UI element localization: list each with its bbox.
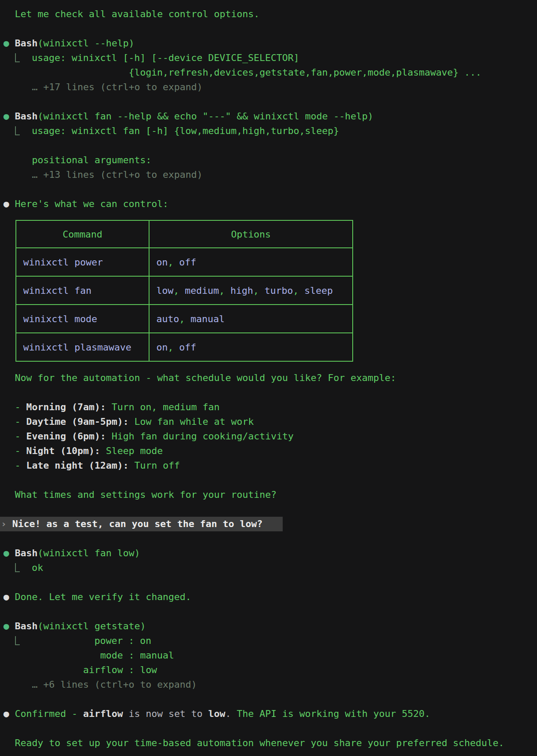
assistant-bullet-icon: ● [3, 198, 9, 209]
schedule-label: Late night (12am): [26, 460, 128, 471]
intro-text: Let me check all available control optio… [15, 9, 260, 19]
control-options-table: Command Options winixctl poweron, off wi… [15, 220, 353, 362]
confirmed-mid: is now set to [123, 708, 208, 719]
done-text: Done. Let me verify it changed. [15, 591, 192, 602]
blank-line [0, 473, 537, 488]
table-header-command: Command [16, 220, 149, 248]
tool-bullet-icon: ● [3, 621, 9, 631]
confirmed-code-airflow: airflow [83, 708, 123, 719]
list-dash: - [15, 460, 21, 471]
list-dash: - [15, 431, 21, 442]
user-message: › Nice! as a test, can you set the fan t… [0, 517, 283, 531]
schedule-item-late-night: - Late night (12am): Turn off [0, 458, 537, 473]
table-row: winixctl poweron, off [16, 248, 353, 276]
table-row: winixctl modeauto, manual [16, 305, 353, 333]
schedule-value: High fan during cooking/activity [112, 431, 294, 442]
tool-call-fan-low: ● Bash(winixctl fan low) [0, 546, 537, 561]
tool-result-fan-low: ok [0, 561, 537, 575]
table-row: winixctl plasmawaveon, off [16, 333, 353, 361]
list-dash: - [15, 416, 21, 427]
tool-result-getstate-airflow: airflow : low [0, 663, 537, 677]
expand-hint-6: … +6 lines (ctrl+o to expand) [0, 677, 537, 692]
assistant-bullet-icon: ● [3, 591, 9, 602]
terminal-transcript: Let me check all available control optio… [0, 0, 537, 750]
tool-bullet-icon: ● [3, 548, 9, 558]
ready-text: Ready to set up your time-based automati… [15, 738, 504, 748]
table-header-options: Options [149, 220, 353, 248]
tool-command: (winixctl fan low) [37, 548, 140, 558]
schedule-value: Sleep mode [106, 445, 162, 456]
assistant-intro-message: Let me check all available control optio… [0, 7, 537, 21]
list-dash: - [15, 402, 21, 412]
prompt-chevron-icon: › [1, 518, 6, 529]
tool-result-fanhelp-line1: usage: winixctl fan [-h] {low,medium,hig… [0, 124, 537, 138]
options-cell: on, off [149, 333, 353, 361]
result-text: airflow : low [3, 665, 157, 675]
tool-label: Bash [15, 548, 38, 558]
schedule-item-evening: - Evening (6pm): High fan during cooking… [0, 429, 537, 444]
routine-question-text: What times and settings work for your ro… [15, 489, 277, 500]
schedule-item-morning: - Morning (7am): Turn on, medium fan [0, 400, 537, 415]
result-text: usage: winixctl [-h] [--device DEVICE_SE… [32, 52, 299, 63]
blank-line [0, 138, 537, 153]
schedule-value: Turn on, medium fan [112, 402, 220, 412]
tool-result-getstate-mode: mode : manual [0, 648, 537, 663]
blank-line [0, 385, 537, 400]
result-elbow-icon [15, 126, 20, 135]
result-text: mode : manual [3, 650, 174, 661]
tool-result-getstate-power: power : on [0, 634, 537, 648]
schedule-label: Evening (6pm): [26, 431, 106, 442]
options-cell: auto, manual [149, 305, 353, 333]
user-message-text: Nice! as a test, can you set the fan to … [12, 518, 263, 529]
tool-result-help-line1: usage: winixctl [-h] [--device DEVICE_SE… [0, 51, 537, 65]
tool-label: Bash [15, 111, 38, 122]
command-cell: winixctl power [16, 248, 149, 276]
expand-hint-text: … +17 lines (ctrl+o to expand) [32, 82, 202, 92]
blank-line [0, 182, 537, 197]
table-header-row: Command Options [16, 220, 353, 248]
expand-hint-text: … +13 lines (ctrl+o to expand) [32, 169, 202, 180]
tool-bullet-icon: ● [3, 38, 9, 49]
assistant-done-message: ● Done. Let me verify it changed. [0, 590, 537, 604]
result-text: ok [32, 562, 43, 573]
tool-label: Bash [15, 621, 38, 631]
automation-prompt: Now for the automation - what schedule w… [0, 371, 537, 385]
schedule-value: Turn off [134, 460, 180, 471]
result-elbow-icon [15, 563, 20, 572]
schedule-item-night: - Night (10pm): Sleep mode [0, 444, 537, 458]
tool-command: (winixctl getstate) [37, 621, 146, 631]
tool-label: Bash [15, 38, 38, 49]
tool-call-help: ● Bash(winixctl --help) [0, 36, 537, 51]
blank-line [0, 692, 537, 707]
command-cell: winixctl plasmawave [16, 333, 149, 361]
tool-bullet-icon: ● [3, 111, 9, 122]
result-text: positional arguments: [32, 155, 151, 165]
table-row: winixctl fanlow, medium, high, turbo, sl… [16, 276, 353, 305]
blank-line [0, 502, 537, 517]
result-text: usage: winixctl fan [-h] {low,medium,hig… [32, 125, 339, 136]
blank-line [0, 604, 537, 619]
blank-line [0, 721, 537, 736]
expand-hint-text: … +6 lines (ctrl+o to expand) [32, 679, 197, 690]
command-cell: winixctl mode [16, 305, 149, 333]
command-cell: winixctl fan [16, 276, 149, 305]
blank-line [0, 575, 537, 590]
options-cell: low, medium, high, turbo, sleep [149, 276, 353, 305]
assistant-ready-message: Ready to set up your time-based automati… [0, 736, 537, 750]
expand-hint-13: … +13 lines (ctrl+o to expand) [0, 168, 537, 182]
confirmed-separator: . [226, 708, 237, 719]
blank-line [0, 94, 537, 109]
schedule-value: Low fan while at work [134, 416, 254, 427]
blank-line [0, 531, 537, 546]
tool-command: (winixctl --help) [37, 38, 134, 49]
result-text: power : on [21, 635, 152, 646]
options-cell: on, off [149, 248, 353, 276]
schedule-label: Night (10pm): [26, 445, 100, 456]
tool-call-fan-mode-help: ● Bash(winixctl fan --help && echo "---"… [0, 109, 537, 124]
assistant-bullet-icon: ● [3, 708, 9, 719]
confirmed-prefix: Confirmed - [15, 708, 83, 719]
result-elbow-icon [15, 636, 20, 645]
assistant-headline: ● Here's what we can control: [0, 197, 537, 211]
schedule-label: Daytime (9am-5pm): [26, 416, 128, 427]
routine-question: What times and settings work for your ro… [0, 488, 537, 502]
